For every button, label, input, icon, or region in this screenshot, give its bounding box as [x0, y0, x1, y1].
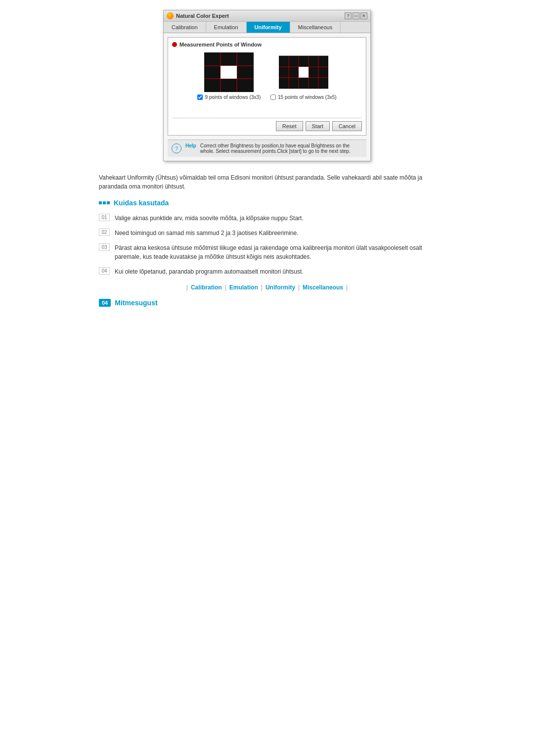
tab-bar: Calibration Emulation Uniformity Miscell…	[164, 22, 370, 33]
app-icon	[167, 12, 174, 19]
tab-miscellaneous[interactable]: Miscellaneous	[290, 22, 341, 33]
step-num-4: 04	[99, 267, 110, 275]
steps-list: 01 Valige aknas punktide arv, mida soovi…	[99, 214, 435, 276]
step-num-3: 03	[99, 243, 110, 251]
nav-sep-1: |	[222, 284, 229, 291]
grid-3x3-svg	[204, 52, 254, 92]
help-label: Help	[185, 143, 196, 148]
window-title: Natural Color Expert	[176, 13, 229, 19]
reset-button[interactable]: Reset	[276, 121, 303, 131]
page-content: Natural Color Expert ? — ✕ Calibration E…	[99, 10, 435, 307]
buttons-row: Reset Start Cancel	[172, 118, 362, 131]
measurement-section: Measurement Points of Window	[168, 37, 366, 136]
step-item-2: 02 Need toimingud on samad mis sammud 2 …	[99, 229, 435, 237]
tab-calibration[interactable]: Calibration	[164, 22, 206, 33]
how-to-header: Kuidas kasutada	[99, 199, 435, 207]
nav-link-uniformity[interactable]: Uniformity	[266, 284, 295, 291]
step-text-3: Pärast akna keskosa ühtsuse mõõtmist lii…	[115, 243, 435, 261]
nav-links-row: | Calibration | Emulation | Uniformity |…	[99, 284, 435, 291]
svg-rect-5	[221, 66, 237, 79]
section-title: Measurement Points of Window	[179, 42, 262, 47]
step-text-4: Kui olete lõpetanud, parandab programm a…	[115, 267, 304, 276]
app-window: Natural Color Expert ? — ✕ Calibration E…	[163, 10, 371, 161]
nav-link-miscellaneous[interactable]: Miscellaneous	[303, 284, 343, 291]
grids-row: 9 points of windows (3x3)	[172, 52, 362, 100]
title-left: Natural Color Expert	[167, 12, 229, 19]
step-item-4: 04 Kui olete lõpetanud, parandab program…	[99, 267, 435, 276]
step-text-1: Valige aknas punktide arv, mida soovite …	[115, 214, 304, 223]
grid-3x3-text: 9 points of windows (3x3)	[205, 94, 261, 100]
grid-3x5-label: 15 points of windows (3x5)	[270, 94, 336, 100]
grid-3x5-checkbox[interactable]	[270, 94, 276, 100]
dots-icon	[99, 201, 110, 204]
nav-sep-2: |	[258, 284, 266, 291]
step-text-2: Need toimingud on samad mis sammud 2 ja …	[115, 229, 299, 237]
grid-3x3-label: 9 points of windows (3x3)	[197, 94, 261, 100]
section-dot-icon	[172, 42, 177, 47]
minimize-control[interactable]: —	[353, 12, 359, 19]
help-icon: ?	[172, 143, 181, 153]
close-control[interactable]: ✕	[360, 12, 367, 19]
titlebar: Natural Color Expert ? — ✕	[164, 10, 370, 22]
section-04-badge: 04	[99, 299, 111, 307]
intro-text: Vahekaart Uniformity (Ühtsus) võimaldab …	[99, 173, 435, 191]
window-body: Measurement Points of Window	[164, 33, 370, 161]
grid-3x5-canvas	[279, 52, 328, 92]
tab-emulation[interactable]: Emulation	[206, 22, 247, 33]
step-num-2: 02	[99, 229, 110, 236]
grid-3x5-text: 15 points of windows (3x5)	[278, 94, 336, 100]
help-control[interactable]: ?	[345, 12, 352, 19]
cancel-button[interactable]: Cancel	[332, 121, 362, 131]
svg-rect-13	[299, 67, 309, 78]
help-text: Correct other Brightness by position,to …	[200, 143, 362, 154]
start-button[interactable]: Start	[306, 121, 330, 131]
nav-link-emulation[interactable]: Emulation	[229, 284, 258, 291]
nav-link-calibration[interactable]: Calibration	[191, 284, 222, 291]
step-item-1: 01 Valige aknas punktide arv, mida soovi…	[99, 214, 435, 223]
grid-3x3-canvas	[204, 52, 254, 92]
grid-3x5-svg	[279, 52, 328, 92]
grid-3x3-item: 9 points of windows (3x3)	[197, 52, 261, 100]
grid-3x3-checkbox[interactable]	[197, 94, 203, 100]
nav-sep-4: |	[343, 284, 351, 291]
section-04-title: Mitmesugust	[115, 299, 157, 307]
step-item-3: 03 Pärast akna keskosa ühtsuse mõõtmist …	[99, 243, 435, 261]
window-controls: ? — ✕	[345, 12, 367, 19]
section-04: 04 Mitmesugust	[99, 299, 435, 307]
section-header: Measurement Points of Window	[172, 42, 362, 47]
step-num-1: 01	[99, 214, 110, 221]
nav-sep-0: |	[183, 284, 191, 291]
how-to-title: Kuidas kasutada	[114, 199, 169, 207]
nav-sep-3: |	[295, 284, 303, 291]
help-bar: ? Help Correct other Brightness by posit…	[168, 140, 366, 157]
grid-3x5-item: 15 points of windows (3x5)	[270, 52, 336, 100]
tab-uniformity[interactable]: Uniformity	[247, 22, 290, 33]
